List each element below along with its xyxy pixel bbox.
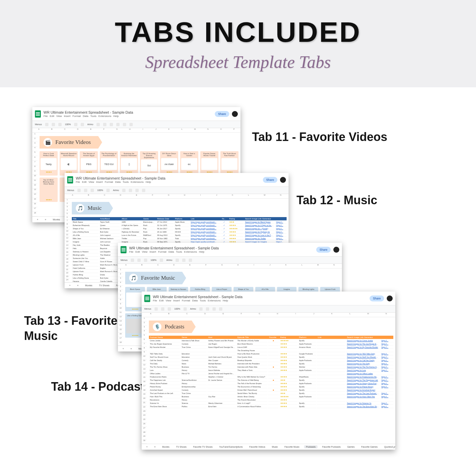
sheet-tab[interactable]: Games (345, 445, 357, 448)
menu-data[interactable]: Data (168, 250, 174, 253)
menu-tools[interactable]: Tools (200, 299, 206, 302)
sheet-tab[interactable]: Favorite TV Shows (191, 445, 214, 448)
menu-extensions[interactable]: Extensions (208, 299, 221, 302)
menu-file[interactable]: File (129, 250, 133, 253)
sheet-tab[interactable]: TV Shows (174, 445, 188, 448)
podcast-row[interactable]: Call Her DaddyComedyAlex CooperBreakup E… (149, 359, 393, 362)
sheet-tab[interactable]: Favorite Podcasts (320, 445, 343, 448)
sheet-tabs[interactable]: +≡MoviesTV ShowsFavorite TV ShowsYouTube… (142, 444, 395, 450)
podcast-row[interactable]: Science VsScienceWendy ZukermanKeto: Is … (149, 402, 393, 405)
video-card[interactable]: How to Cook Perfect SteakTasty★★★★★ (40, 151, 58, 176)
podcast-row[interactable]: LoreHistoryAaron MahnkeThey Made a Tonic… (149, 369, 393, 372)
podcast-row[interactable]: RevolutionsHistoryThe French Revolution★… (149, 398, 393, 402)
video-card[interactable]: Top 10 Amazing Science ExperimentsSci★★★… (140, 151, 158, 176)
sheet-tab[interactable]: Podcasts (304, 445, 318, 448)
podcast-row[interactable]: The Smashing House (149, 349, 393, 352)
music-row[interactable]: Billie JeanMichael JacksonThrillerPop30 … (72, 237, 287, 240)
menu-extensions[interactable]: Extensions (184, 250, 197, 253)
video-card[interactable]: Top 10 Mind-Blowing Facts About Space★★★… (40, 178, 58, 202)
sheet-tab[interactable]: TV Shows (97, 284, 111, 287)
menu-format[interactable]: Format (105, 181, 113, 183)
menu-help[interactable]: Help (146, 181, 151, 183)
podcast-row[interactable]: History Extra PodcastHistoryThe Fall of … (149, 382, 393, 385)
share-button[interactable]: Share (263, 177, 277, 183)
menu-insert[interactable]: Insert (150, 250, 156, 253)
menu-format[interactable]: Format (72, 115, 81, 118)
menu-tools[interactable]: Tools (123, 181, 129, 183)
menu-help[interactable]: Help (223, 299, 228, 302)
sheet-tab[interactable]: Quotes/Lyrics (382, 445, 395, 448)
podcast-row[interactable]: The DailyNewsMichael BarbaroInterview wi… (149, 362, 393, 365)
avatar[interactable] (232, 111, 238, 117)
podcast-row[interactable]: TED Talks DailyEducationHow to Be More P… (149, 352, 393, 355)
menu-edit[interactable]: Edit (135, 250, 140, 253)
sheet-tab[interactable]: Movies (160, 445, 171, 448)
menu-insert[interactable]: Insert (96, 181, 103, 183)
video-card[interactable]: The Secrets of Ancient EgyptPBS★★★★★ (80, 151, 98, 176)
menu-edit[interactable]: Edit (159, 299, 164, 302)
podcast-row[interactable]: The Last Podcast on the LeftTrue CrimeSe… (149, 392, 393, 395)
menu-extensions[interactable]: Extensions (98, 115, 111, 118)
menu-insert[interactable]: Insert (64, 115, 70, 118)
music-row[interactable]: Blank SpaceTaylor Swift1989Electro/pop/D… (72, 220, 287, 224)
menu-data[interactable]: Data (115, 181, 121, 183)
menu-file[interactable]: File (153, 299, 157, 302)
share-button[interactable]: Share (215, 111, 229, 117)
video-card[interactable]: Popular Dance Moves Tutorial★★★★★ (200, 151, 218, 176)
menu-file[interactable]: File (43, 115, 48, 118)
video-card[interactable]: Minecraft Speedrun World Record◐★★★★★ (60, 151, 78, 176)
menu-edit[interactable]: Edit (82, 181, 87, 183)
podcast-row[interactable]: Stuff You Should KnowEducationJosh Clark… (149, 355, 393, 359)
podcast-row[interactable]: How I Built ThisBusinessGuy RazAirbnb: B… (149, 395, 393, 398)
menu-edit[interactable]: Edit (50, 115, 54, 118)
share-button[interactable]: Share (370, 295, 384, 301)
menu-view[interactable]: View (166, 299, 171, 302)
menu-view[interactable]: View (89, 181, 94, 183)
menu-help[interactable]: Help (199, 250, 204, 253)
sheet-tab[interactable]: Movies (83, 284, 94, 287)
podcast-row[interactable]: The Ezra Klein ShowPoliticsEzra KleinA C… (149, 405, 393, 408)
video-card[interactable]: The Psychology of ProcrastinationTED Ed★… (100, 151, 118, 176)
menu-file[interactable]: File (76, 181, 80, 183)
podcast-row[interactable]: The Tim Ferriss ShowBusinessTim FerrissI… (149, 365, 393, 369)
music-row[interactable]: Like a Rolling StoneBob DylanHighway 61 … (72, 230, 287, 234)
menu-data[interactable]: Data (83, 115, 88, 118)
menu-format[interactable]: Format (158, 250, 166, 253)
menu-data[interactable]: Data (192, 299, 198, 302)
share-button[interactable]: Share (316, 247, 331, 253)
sheet-tab[interactable]: Favorite Games (359, 445, 379, 448)
music-row[interactable]: All of MeJohn LegendLove in the FutureR&… (72, 234, 287, 237)
menu-view[interactable]: View (142, 250, 148, 253)
podcast-row[interactable]: Armchair ExpertComedyKristen Bell: Paren… (149, 388, 393, 392)
video-card[interactable]: DIY Room Decor Ideasmr.Kate★★★★★ (160, 151, 178, 176)
podcast-row[interactable]: Office LadiesFilm & TVJenna Fischer and … (149, 372, 393, 375)
podcast-row[interactable]: Freakonomics RadioStephen J. DubnerWhy I… (149, 375, 393, 378)
menu-extensions[interactable]: Extensions (131, 181, 144, 183)
doc-menus: FileEditViewInsertFormatDataToolsExtensi… (153, 299, 242, 302)
sheet-tab[interactable]: Movies (51, 218, 62, 221)
menu-tools[interactable]: Tools (176, 250, 182, 253)
sheet-tab[interactable]: Favorite Videos (247, 445, 267, 448)
menu-help[interactable]: Help (113, 115, 119, 118)
avatar[interactable] (280, 177, 286, 183)
music-row[interactable]: Bohemian RhapsodyQueenA Night at the Ope… (72, 224, 287, 227)
podcast-row[interactable]: The Joe Rogan ExperienceComedyJoe RoganE… (149, 342, 393, 346)
music-row[interactable]: Shape of YouEd Sheeran÷ (Divide)Pop06 Ja… (72, 227, 287, 230)
menu-tools[interactable]: Tools (90, 115, 97, 118)
sheet-tab[interactable]: YouTube/Subscriptions (217, 445, 244, 448)
avatar[interactable] (333, 247, 339, 253)
menu-format[interactable]: Format (182, 299, 190, 302)
menu-insert[interactable]: Insert (173, 299, 180, 302)
podcast-row[interactable]: My Favorite MurderTrue CrimeKaren Kilgar… (149, 346, 393, 349)
menu-view[interactable]: View (56, 115, 62, 118)
podcast-row[interactable]: Crime JunkieInterview & Talk ShowAshley … (149, 339, 393, 342)
video-card[interactable]: How to Start a Gardenec★★★★★ (180, 151, 198, 176)
podcast-row[interactable]: The Happiness LabScience/NonfictionDr. L… (149, 378, 393, 382)
avatar[interactable] (387, 295, 393, 301)
sheet-tab[interactable]: Favorite Music (283, 445, 302, 448)
video-card[interactable]: The Truth About Fast Fashion★★★★★ (220, 151, 238, 176)
titlebar: WR Ultimate Entertainment Spreadsheet - … (65, 173, 289, 187)
sheet-tab[interactable]: Music (270, 445, 280, 448)
podcast-row[interactable]: Planet MoneyEntrepreneurshipThe Economic… (149, 385, 393, 388)
video-card[interactable]: Exploring the Amazon Rainforest▯★★★★★ (120, 151, 138, 176)
